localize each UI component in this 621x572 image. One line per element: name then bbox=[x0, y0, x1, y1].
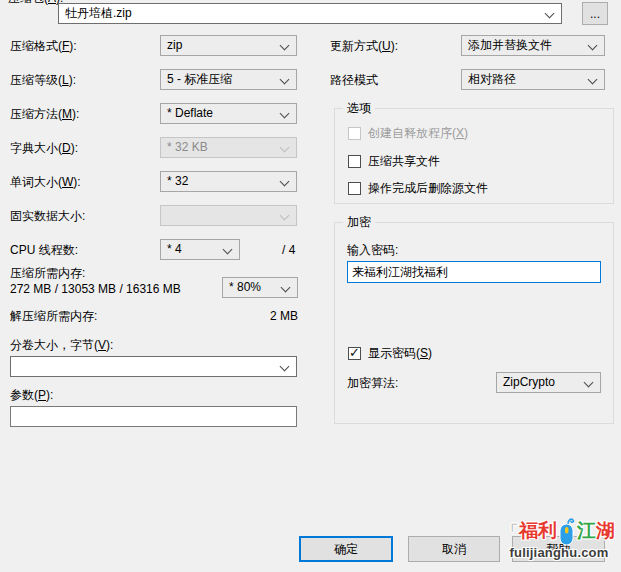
dictionary-combobox: * 32 KB bbox=[160, 137, 297, 158]
delete-after-checkbox[interactable] bbox=[348, 182, 361, 195]
show-password-checkbox-row[interactable]: 显示密码(S) bbox=[348, 345, 432, 362]
path-mode-label: 路径模式 bbox=[330, 73, 378, 87]
chevron-down-icon[interactable] bbox=[280, 75, 290, 85]
watermark-wordmark: 「福利 江湖 bbox=[497, 513, 621, 549]
compress-shared-label: 压缩共享文件 bbox=[368, 153, 440, 170]
encryption-group: 加密 输入密码: 显示密码(S) 加密算法: ZipCrypto bbox=[334, 222, 614, 424]
options-group-title: 选项 bbox=[343, 101, 375, 115]
memory-compress-label: 压缩所需内存: bbox=[10, 266, 85, 280]
update-mode-label: 更新方式(U): bbox=[330, 39, 398, 53]
delete-after-checkbox-row[interactable]: 操作完成后删除源文件 bbox=[348, 180, 488, 197]
word-size-label: 单词大小(W): bbox=[10, 175, 81, 189]
encryption-method-label: 加密算法: bbox=[347, 376, 398, 390]
cpu-threads-label: CPU 线程数: bbox=[10, 243, 78, 257]
create-sfx-checkbox bbox=[348, 127, 361, 140]
chevron-down-icon[interactable] bbox=[588, 75, 598, 85]
options-group: 选项 创建自释放程序(X) 压缩共享文件 操作完成后删除源文件 bbox=[334, 108, 614, 204]
password-label: 输入密码: bbox=[347, 243, 398, 257]
solid-size-label: 固实数据大小: bbox=[10, 209, 85, 223]
create-sfx-checkbox-row: 创建自释放程序(X) bbox=[348, 125, 468, 142]
show-password-label: 显示密码(S) bbox=[368, 345, 432, 362]
path-mode-combobox[interactable]: 相对路径 bbox=[461, 69, 605, 90]
mouse-icon bbox=[558, 517, 576, 547]
watermark-fuli-text: 福利 bbox=[519, 518, 557, 544]
chevron-down-icon[interactable] bbox=[584, 378, 594, 388]
memory-percent-combobox[interactable]: * 80% bbox=[222, 277, 298, 298]
cpu-threads-combobox[interactable]: * 4 bbox=[160, 239, 240, 260]
method-combobox[interactable]: * Deflate bbox=[160, 103, 297, 124]
chevron-down-icon[interactable] bbox=[280, 362, 290, 372]
show-password-checkbox[interactable] bbox=[348, 347, 361, 360]
encryption-group-title: 加密 bbox=[343, 215, 375, 229]
watermark-hu-text: 湖 bbox=[596, 518, 615, 544]
chevron-down-icon[interactable] bbox=[223, 245, 233, 255]
word-size-combobox[interactable]: * 32 bbox=[160, 171, 297, 192]
chevron-down-icon[interactable] bbox=[280, 41, 290, 51]
ok-button[interactable]: 确定 bbox=[299, 536, 393, 562]
level-label: 压缩等级(L): bbox=[10, 73, 76, 87]
chevron-down-icon bbox=[280, 143, 290, 153]
format-combobox[interactable]: zip bbox=[160, 35, 297, 56]
chevron-down-icon[interactable] bbox=[588, 41, 598, 51]
watermark-jiang-text: 江 bbox=[577, 518, 596, 544]
volume-size-label: 分卷大小，字节(V): bbox=[10, 338, 113, 352]
solid-size-combobox bbox=[160, 205, 297, 226]
archive-dialog: { "window": {"bg": "#f0f0f0", "accent": … bbox=[0, 0, 621, 572]
chevron-down-icon[interactable] bbox=[281, 283, 291, 293]
archive-name-value: 牡丹培植.zip bbox=[65, 6, 132, 20]
update-mode-combobox[interactable]: 添加并替换文件 bbox=[461, 35, 605, 56]
dictionary-label: 字典大小(D): bbox=[10, 141, 78, 155]
level-combobox[interactable]: 5 - 标准压缩 bbox=[160, 69, 297, 90]
format-label: 压缩格式(F): bbox=[10, 39, 77, 53]
delete-after-label: 操作完成后删除源文件 bbox=[368, 180, 488, 197]
cancel-button[interactable]: 取消 bbox=[408, 536, 500, 562]
memory-decompress-label: 解压缩所需内存: bbox=[10, 309, 97, 323]
create-sfx-label: 创建自释放程序(X) bbox=[368, 125, 468, 142]
archive-name-combobox[interactable]: 牡丹培植.zip bbox=[58, 3, 562, 24]
password-input[interactable] bbox=[347, 261, 601, 283]
parameters-input[interactable] bbox=[10, 406, 297, 427]
chevron-down-icon bbox=[280, 211, 290, 221]
encryption-method-combobox[interactable]: ZipCrypto bbox=[496, 372, 601, 393]
memory-compress-detail: 272 MB / 13053 MB / 16316 MB bbox=[10, 282, 181, 296]
cpu-threads-max: / 4 bbox=[282, 243, 295, 257]
fulijianghu-watermark: 「福利 江湖 fulijianghu.com bbox=[497, 513, 621, 571]
chevron-down-icon[interactable] bbox=[280, 109, 290, 119]
memory-decompress-value: 2 MB bbox=[222, 309, 298, 323]
bracket-glyph: 「 bbox=[503, 522, 518, 541]
parameters-label: 参数(P): bbox=[10, 388, 53, 402]
browse-button[interactable]: ... bbox=[582, 2, 608, 25]
compress-shared-checkbox-row[interactable]: 压缩共享文件 bbox=[348, 153, 440, 170]
chevron-down-icon[interactable] bbox=[280, 177, 290, 187]
method-label: 压缩方法(M): bbox=[10, 107, 79, 121]
volume-size-combobox[interactable] bbox=[10, 356, 297, 377]
archive-label: 压缩包(A): bbox=[8, 0, 63, 5]
chevron-down-icon[interactable] bbox=[545, 9, 555, 19]
watermark-domain: fulijianghu.com bbox=[497, 545, 621, 560]
compress-shared-checkbox[interactable] bbox=[348, 155, 361, 168]
